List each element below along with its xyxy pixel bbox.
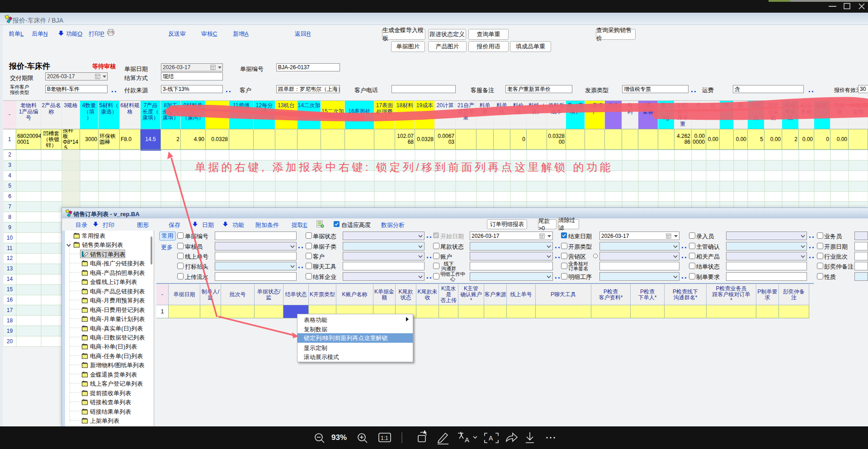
svg-text:A: A [465, 436, 469, 444]
svg-text:A: A [489, 435, 493, 442]
svg-text:1:1: 1:1 [381, 435, 388, 441]
